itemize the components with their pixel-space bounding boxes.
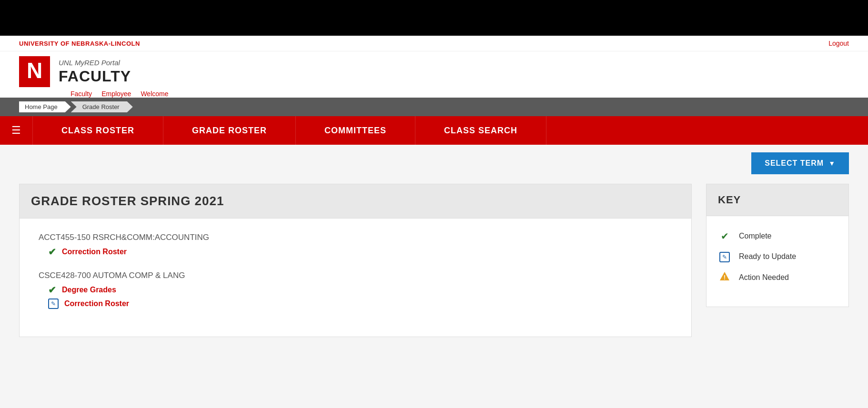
- portal-header: N UNL MyRED Portal FACULTY: [0, 51, 868, 87]
- nav-committees[interactable]: COMMITTEES: [296, 116, 415, 145]
- complete-check-icon: ✔: [718, 230, 731, 242]
- pencil-square-icon: ✎: [48, 299, 59, 309]
- breadcrumb-home[interactable]: Home Page: [19, 101, 71, 112]
- key-item-ready: ✎ Ready to Update: [718, 250, 837, 262]
- logout-link[interactable]: Logout: [828, 40, 849, 47]
- chevron-down-icon: ▼: [828, 159, 836, 167]
- portal-title-block: UNL MyRED Portal FACULTY: [59, 59, 131, 85]
- nav-class-roster[interactable]: CLASS ROSTER: [32, 116, 163, 145]
- action-needed-label: Action Needed: [739, 273, 789, 282]
- check-icon: ✔: [48, 246, 56, 258]
- pencil-square-key-icon: ✎: [719, 252, 730, 262]
- course-code-csce: CSCE428-700 AUTOMA COMP & LANG: [39, 271, 672, 280]
- course-link-csce-correction: ✎ Correction Roster: [48, 299, 672, 309]
- portal-subtitle: UNL MyRED Portal: [59, 59, 131, 67]
- correction-roster-link-csce[interactable]: Correction Roster: [64, 299, 129, 308]
- select-term-button[interactable]: SELECT TERM ▼: [751, 152, 849, 174]
- sub-nav-employee[interactable]: Employee: [101, 90, 131, 98]
- portal-title: FACULTY: [59, 68, 131, 85]
- main-nav: ☰ CLASS ROSTER GRADE ROSTER COMMITTEES C…: [0, 116, 868, 145]
- course-item-acct: ACCT455-150 RSRCH&COMM:ACCOUNTING ✔ Corr…: [39, 233, 672, 258]
- main-content: GRADE ROSTER SPRING 2021 ACCT455-150 RSR…: [19, 184, 692, 337]
- unl-logo: N: [19, 56, 50, 87]
- key-panel: KEY ✔ Complete ✎ Ready to Update !: [706, 184, 849, 337]
- sub-nav-faculty[interactable]: Faculty: [71, 90, 92, 98]
- key-item-complete: ✔ Complete: [718, 230, 837, 242]
- select-term-row: SELECT TERM ▼: [0, 145, 868, 174]
- breadcrumb-bar: Home Page Grade Roster: [0, 98, 868, 116]
- ready-label: Ready to Update: [739, 252, 796, 261]
- svg-text:!: !: [724, 274, 726, 281]
- key-title: KEY: [718, 194, 837, 206]
- correction-roster-link-acct[interactable]: Correction Roster: [62, 248, 127, 256]
- svg-text:N: N: [27, 58, 42, 83]
- nav-grade-roster[interactable]: GRADE ROSTER: [163, 116, 296, 145]
- course-link-acct-correction: ✔ Correction Roster: [48, 246, 672, 258]
- ready-to-update-key-icon: ✎: [718, 250, 731, 262]
- sub-nav: Faculty Employee Welcome: [0, 87, 868, 98]
- degree-grades-link[interactable]: Degree Grades: [62, 286, 116, 294]
- sub-nav-welcome[interactable]: Welcome: [141, 90, 168, 98]
- check-icon: ✔: [48, 284, 56, 296]
- content-area: GRADE ROSTER SPRING 2021 ACCT455-150 RSR…: [0, 174, 868, 347]
- course-link-csce-degree: ✔ Degree Grades: [48, 284, 672, 296]
- action-needed-icon: !: [718, 271, 731, 284]
- grade-roster-section-header: GRADE ROSTER SPRING 2021: [19, 184, 692, 219]
- ready-to-update-icon: ✎: [48, 299, 59, 309]
- course-code-acct: ACCT455-150 RSRCH&COMM:ACCOUNTING: [39, 233, 672, 242]
- university-header: UNIVERSITY OF NEBRASKA-LINCOLN Logout: [0, 36, 868, 51]
- hamburger-button[interactable]: ☰: [0, 124, 32, 137]
- university-name: UNIVERSITY OF NEBRASKA-LINCOLN: [19, 40, 140, 47]
- roster-content: ACCT455-150 RSRCH&COMM:ACCOUNTING ✔ Corr…: [19, 219, 692, 337]
- complete-label: Complete: [739, 232, 771, 240]
- nav-class-search[interactable]: CLASS SEARCH: [415, 116, 546, 145]
- key-item-warning: ! Action Needed: [718, 271, 837, 284]
- breadcrumb-grade-roster[interactable]: Grade Roster: [71, 101, 133, 112]
- key-content: ✔ Complete ✎ Ready to Update ! Action Ne…: [706, 216, 849, 307]
- course-item-csce: CSCE428-700 AUTOMA COMP & LANG ✔ Degree …: [39, 271, 672, 309]
- grade-roster-title: GRADE ROSTER SPRING 2021: [31, 194, 680, 209]
- key-header: KEY: [706, 184, 849, 216]
- top-black-bar: [0, 0, 868, 36]
- nav-items: CLASS ROSTER GRADE ROSTER COMMITTEES CLA…: [32, 116, 868, 145]
